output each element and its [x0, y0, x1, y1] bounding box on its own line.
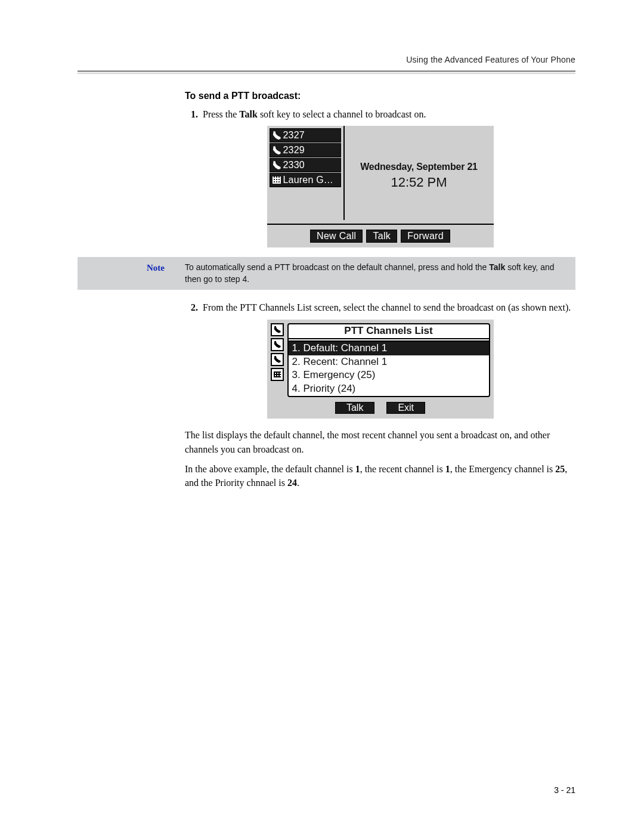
header-rule-thick — [78, 70, 575, 72]
softkey-exit[interactable]: Exit — [386, 402, 425, 414]
note-label: Note — [78, 262, 185, 285]
note-bold: Talk — [489, 262, 505, 272]
ex-p5: . — [297, 478, 299, 488]
ex-p2: , the recent channel is — [360, 464, 445, 474]
line-status-icon — [271, 323, 284, 336]
page-number: 3 - 21 — [554, 785, 575, 795]
ptt-item-emergency[interactable]: 3. Emergency (25) — [289, 368, 489, 382]
buddy-icon — [274, 371, 281, 377]
ex-b1: 1 — [355, 464, 360, 474]
step-2: 2. From the PTT Channels List screen, se… — [185, 301, 575, 314]
ex-b3: 25 — [555, 464, 565, 474]
step-1-text: Press the Talk soft key to select a chan… — [203, 107, 575, 121]
ptt-list-panel: PTT Channels List 1. Default: Channel 1 … — [287, 323, 490, 398]
line-key-label: 2329 — [283, 145, 305, 156]
line-status-icon — [271, 368, 284, 381]
phone-icon — [273, 146, 281, 154]
line-key-lauren[interactable]: Lauren G… — [270, 173, 341, 187]
section-title: To send a PTT broadcast: — [185, 91, 575, 101]
note-text: To automatically send a PTT broadcast on… — [185, 262, 568, 285]
ptt-item-priority[interactable]: 4. Priority (24) — [289, 382, 489, 396]
example-para: In the above example, the default channe… — [185, 462, 575, 490]
line-key-column: 2327 2329 2330 Lauren G… — [267, 126, 343, 220]
softkey-row: New Call Talk Forward — [267, 225, 494, 247]
phone-icon — [274, 341, 281, 348]
step-1-before: Press the — [203, 109, 239, 119]
ptt-item-default[interactable]: 1. Default: Channel 1 — [289, 342, 489, 355]
ex-b2: 1 — [445, 464, 450, 474]
step-1-number: 1. — [185, 107, 198, 121]
softkey-talk[interactable]: Talk — [366, 230, 397, 243]
line-key-2327[interactable]: 2327 — [270, 128, 341, 143]
status-icon-column — [271, 323, 285, 398]
header-rule-thin — [78, 73, 575, 74]
figure-idle-screen: 2327 2329 2330 Lauren G… — [185, 126, 575, 247]
line-key-label: 2330 — [283, 160, 305, 171]
content-column: To send a PTT broadcast: 1. Press the Ta… — [185, 91, 575, 247]
step-1: 1. Press the Talk soft key to select a c… — [185, 107, 575, 121]
phone-screen-ptt-list: PTT Channels List 1. Default: Channel 1 … — [267, 320, 494, 419]
phone-icon — [273, 131, 281, 140]
step-1-bold: Talk — [239, 109, 258, 119]
phone-icon — [273, 161, 281, 169]
running-head: Using the Advanced Features of Your Phon… — [78, 55, 575, 64]
phone-screen-idle: 2327 2329 2330 Lauren G… — [267, 126, 494, 247]
ptt-item-recent[interactable]: 2. Recent: Channel 1 — [289, 355, 489, 369]
page: Using the Advanced Features of Your Phon… — [0, 0, 644, 833]
phone-icon — [274, 356, 281, 363]
step-1-after: soft key to select a channel to broadcas… — [258, 109, 426, 119]
phone-icon — [274, 326, 281, 333]
line-key-label: 2327 — [283, 130, 305, 141]
ptt-list-title: PTT Channels List — [289, 324, 489, 339]
softkey-talk[interactable]: Talk — [335, 402, 374, 414]
line-status-icon — [271, 338, 284, 351]
line-key-2329[interactable]: 2329 — [270, 143, 341, 157]
softkey-row: Talk Exit — [271, 402, 490, 414]
softkey-forward[interactable]: Forward — [401, 230, 450, 243]
figure-ptt-list: PTT Channels List 1. Default: Channel 1 … — [185, 320, 575, 419]
content-column-2: 2. From the PTT Channels List screen, se… — [185, 301, 575, 490]
line-key-2330[interactable]: 2330 — [270, 158, 341, 172]
ex-p1: In the above example, the default channe… — [185, 464, 355, 474]
ex-p3: , the Emergency channel is — [450, 464, 556, 474]
step-2-text: From the PTT Channels List screen, selec… — [203, 301, 575, 314]
note-before: To automatically send a PTT broadcast on… — [185, 262, 489, 272]
idle-info-pane: Wednesday, September 21 12:52 PM — [343, 126, 494, 220]
ex-b4: 24 — [287, 478, 297, 488]
line-status-icon — [271, 353, 284, 366]
note-callout: Note To automatically send a PTT broadca… — [78, 257, 575, 290]
line-key-gap — [270, 188, 341, 220]
after-list-para: The list displays the default channel, t… — [185, 428, 575, 456]
line-key-label: Lauren G… — [283, 175, 334, 185]
softkey-new-call[interactable]: New Call — [310, 230, 363, 243]
idle-date: Wednesday, September 21 — [360, 162, 478, 172]
step-2-number: 2. — [185, 301, 198, 314]
buddy-icon — [273, 176, 281, 184]
idle-time: 12:52 PM — [391, 175, 447, 190]
